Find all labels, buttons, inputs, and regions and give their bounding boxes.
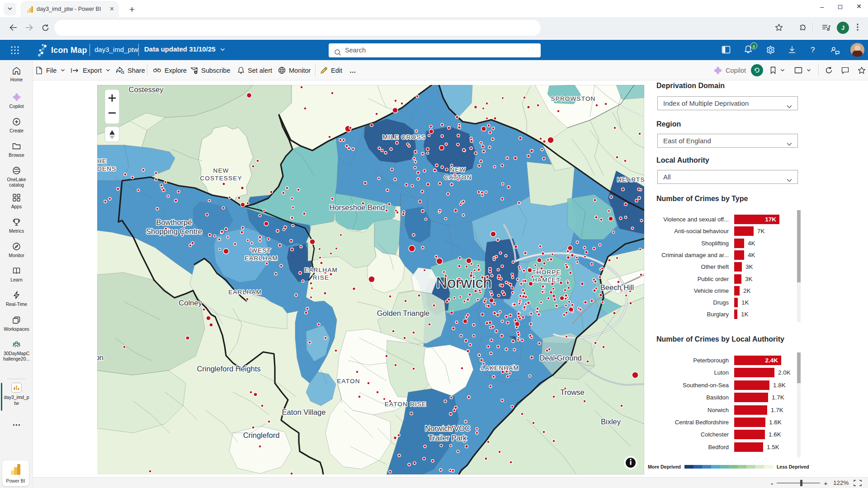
svg-text:EATON: EATON [337,378,360,385]
svg-text:Golden Triangle: Golden Triangle [377,309,430,317]
svg-text:NEW: NEW [450,166,466,173]
svg-text:HEARTSE: HEARTSE [617,176,644,183]
svg-text:Shopping Centre: Shopping Centre [146,227,202,235]
svg-text:Bowthorpe: Bowthorpe [156,218,192,226]
svg-text:Colney: Colney [179,299,202,307]
svg-text:HE: HE [97,158,107,164]
svg-text:Costessey: Costessey [128,85,164,94]
svg-text:Horseshoe Bend: Horseshoe Bend [330,203,385,211]
svg-text:Beech Hill: Beech Hill [600,283,634,291]
svg-text:MILE CROSS: MILE CROSS [382,134,425,141]
svg-text:HAMLET: HAMLET [533,277,561,283]
svg-text:CATTON: CATTON [444,174,472,181]
svg-text:DENS: DENS [97,165,116,172]
svg-text:Norwich VOC: Norwich VOC [425,424,470,432]
svg-text:EARLHAM: EARLHAM [304,267,338,273]
svg-text:lton: lton [97,353,104,361]
svg-text:Bixley: Bixley [601,418,621,426]
svg-text:Cringleford: Cringleford [243,431,280,439]
svg-text:Eaton Village: Eaton Village [282,408,326,416]
svg-text:COSTESSEY: COSTESSEY [200,175,242,182]
svg-text:Norwich: Norwich [436,274,492,291]
svg-text:THORPE: THORPE [532,269,561,276]
svg-text:Cringleford Heights: Cringleford Heights [197,365,260,373]
svg-text:EATON RISE: EATON RISE [385,401,427,408]
svg-text:LAKENHAM: LAKENHAM [481,365,519,371]
svg-text:EARLHAM: EARLHAM [228,289,262,296]
svg-text:Deal Ground: Deal Ground [539,354,582,362]
svg-text:EARLHAM: EARLHAM [245,255,278,262]
svg-text:RISE: RISE [313,274,329,281]
svg-text:Trailer Park: Trailer Park [429,434,467,442]
svg-text:Trowse: Trowse [560,388,584,396]
svg-text:NEW: NEW [213,167,229,174]
svg-text:SPROWSTON: SPROWSTON [551,95,595,102]
svg-text:WEST: WEST [251,247,271,254]
